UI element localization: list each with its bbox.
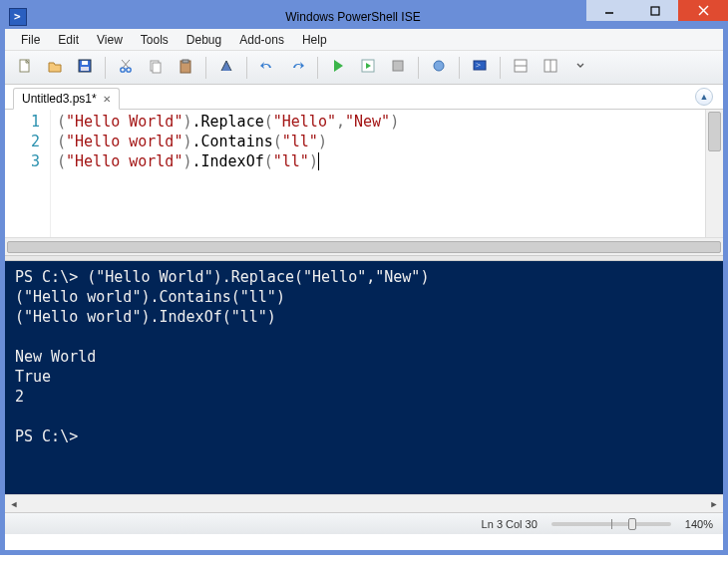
paste-icon [178, 58, 193, 77]
menu-debug[interactable]: Debug [179, 31, 229, 49]
script-editor[interactable]: 123 ("Hello World").Replace("Hello","New… [5, 110, 723, 237]
zoom-center-tick [611, 519, 612, 529]
toolbar-separator [105, 57, 106, 79]
toolbar-separator [317, 57, 318, 79]
menu-edit[interactable]: Edit [50, 31, 87, 49]
toolbar-separator [205, 57, 206, 79]
toolbar-separator [418, 57, 419, 79]
svg-line-10 [123, 60, 130, 68]
scroll-left-button[interactable]: ◄ [5, 496, 23, 512]
tab-label: Untitled3.ps1* [22, 92, 97, 106]
powershell-icon [9, 8, 27, 26]
remote-icon: > [472, 58, 488, 77]
breakpoint-icon [431, 58, 447, 77]
scroll-right-button[interactable]: ► [705, 496, 723, 512]
layout-panes-button[interactable] [539, 56, 562, 80]
svg-rect-1 [651, 7, 659, 15]
toolbar-separator [500, 57, 501, 79]
editor-horizontal-scrollbar[interactable] [5, 237, 723, 255]
svg-rect-15 [182, 60, 188, 63]
layout-panes-icon [543, 58, 558, 77]
svg-rect-7 [81, 67, 89, 71]
menu-view[interactable]: View [89, 31, 131, 49]
close-button[interactable] [678, 0, 728, 21]
new-file-icon [17, 58, 33, 77]
cut-button[interactable] [114, 56, 138, 80]
clear-icon [218, 58, 234, 77]
run-selection-button[interactable] [356, 56, 380, 80]
toolbar-separator [459, 57, 460, 79]
window-title: Windows PowerShell ISE [33, 10, 673, 24]
run-selection-icon [360, 58, 376, 77]
cut-icon [118, 58, 134, 77]
tab-close-icon[interactable]: ✕ [103, 94, 111, 105]
redo-button[interactable] [285, 56, 309, 80]
remote-button[interactable]: > [468, 56, 492, 80]
undo-icon [259, 58, 275, 77]
menu-add-ons[interactable]: Add-ons [231, 31, 292, 49]
stop-button[interactable] [386, 56, 410, 80]
svg-point-9 [127, 68, 131, 72]
menu-tools[interactable]: Tools [133, 31, 177, 49]
cursor-position: Ln 3 Col 30 [482, 518, 538, 530]
zoom-slider[interactable] [551, 522, 671, 526]
menubar: FileEditViewToolsDebugAdd-onsHelp [5, 29, 723, 51]
svg-point-18 [434, 61, 444, 71]
layout-horizontal-button[interactable] [509, 56, 533, 80]
svg-text:>: > [476, 60, 481, 70]
new-file-button[interactable] [13, 56, 37, 80]
run-button[interactable] [326, 56, 350, 80]
copy-icon [148, 58, 164, 77]
svg-rect-17 [393, 61, 403, 71]
run-icon [330, 58, 346, 77]
paste-button[interactable] [174, 56, 197, 80]
open-file-button[interactable] [43, 56, 67, 80]
scrollbar-thumb[interactable] [708, 112, 721, 151]
tab-untitled3[interactable]: Untitled3.ps1* ✕ [13, 88, 120, 110]
menu-file[interactable]: File [13, 31, 48, 49]
statusbar: Ln 3 Col 30 140% [5, 512, 723, 534]
undo-button[interactable] [255, 56, 279, 80]
console-pane[interactable]: PS C:\> ("Hello World").Replace("Hello",… [5, 261, 723, 494]
clear-button[interactable] [214, 56, 238, 80]
scrollbar-track[interactable] [23, 496, 705, 512]
zoom-thumb[interactable] [628, 518, 636, 530]
app-window: Windows PowerShell ISE FileEditViewTools… [0, 0, 728, 555]
more-button[interactable] [568, 56, 592, 80]
toolbar: > [5, 51, 723, 85]
toolbar-separator [246, 57, 247, 79]
tab-strip: Untitled3.ps1* ✕ ▲ [5, 85, 723, 110]
maximize-button[interactable] [632, 0, 678, 21]
stop-icon [390, 58, 406, 77]
svg-rect-6 [82, 61, 88, 65]
collapse-script-pane-button[interactable]: ▲ [695, 88, 713, 106]
editor-vertical-scrollbar[interactable] [705, 110, 723, 237]
svg-line-11 [122, 60, 129, 68]
svg-rect-13 [153, 63, 161, 73]
console-horizontal-scrollbar[interactable]: ◄ ► [5, 494, 723, 512]
zoom-value: 140% [685, 518, 713, 530]
svg-point-8 [121, 68, 125, 72]
more-icon [575, 58, 585, 77]
titlebar[interactable]: Windows PowerShell ISE [5, 5, 723, 29]
copy-button[interactable] [144, 56, 168, 80]
redo-icon [289, 58, 305, 77]
menu-help[interactable]: Help [294, 31, 335, 49]
breakpoint-button[interactable] [427, 56, 451, 80]
window-controls [586, 0, 728, 21]
open-file-icon [47, 58, 63, 77]
minimize-button[interactable] [586, 0, 632, 21]
code-area[interactable]: ("Hello World").Replace("Hello","New")("… [51, 110, 705, 237]
line-number-gutter: 123 [5, 110, 51, 237]
save-button[interactable] [73, 56, 97, 80]
layout-horizontal-icon [513, 58, 529, 77]
save-icon [77, 58, 93, 77]
scrollbar-thumb[interactable] [7, 241, 721, 253]
